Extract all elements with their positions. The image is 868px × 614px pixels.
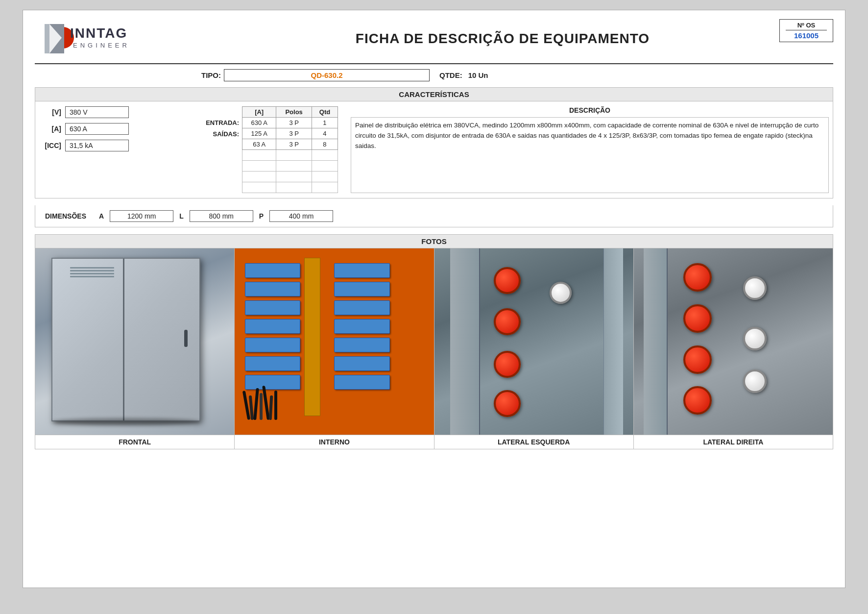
desc-header: DESCRIÇÃO (351, 106, 829, 114)
caracteristicas-header: CARACTERÍSTICAS (35, 87, 833, 101)
dim-p-input[interactable]: 400 mm (269, 210, 333, 222)
dim-a-label: A (99, 212, 104, 220)
svg-text:ENGINEER: ENGINEER (73, 42, 130, 49)
os-label: Nº OS (786, 22, 827, 30)
dim-l-label: L (179, 212, 184, 220)
saidas-row-1: SAÍDAS: 125 A 3 P 4 (183, 128, 338, 139)
header: INNTAG ENGINEER FICHA DE DESCRIÇÃO DE EQ… (35, 19, 833, 64)
icc-label: [ICC] (39, 142, 61, 149)
foto-lateral-dir-box (634, 248, 833, 435)
entrada-saidas-table: [A] Polos Qtd ENTRADA: 630 A 3 P 1 (183, 106, 338, 193)
col-header-polos: Polos (276, 107, 312, 118)
col-header-qtd: Qtd (312, 107, 338, 118)
foto-lateral-esq-label: LATERAL ESQUERDA (434, 435, 633, 449)
foto-interno: INTERNO (235, 248, 434, 449)
os-value: 161005 (786, 31, 827, 40)
tipo-row: TIPO: QD-630.2 QTDE: 10 Un (35, 69, 833, 81)
right-desc: DESCRIÇÃO Painel de distribuição elétric… (343, 106, 829, 193)
tipo-label: TIPO: (201, 71, 221, 79)
main-title: FICHA DE DESCRIÇÃO DE EQUIPAMENTO (356, 31, 650, 46)
title-area: FICHA DE DESCRIÇÃO DE EQUIPAMENTO (172, 31, 833, 47)
dimensoes-title: DIMENSÕES (45, 212, 86, 220)
caracteristicas-section: [V] 380 V [A] 630 A [ICC] 31,5 kA (35, 101, 833, 198)
saidas-label: SAÍDAS: (183, 128, 242, 193)
company-logo: INNTAG ENGINEER (35, 19, 143, 58)
os-area: Nº OS 161005 (779, 19, 833, 42)
entrada-label: ENTRADA: (183, 118, 242, 128)
entrada-a: 630 A (242, 118, 276, 128)
saida2-polos: 3 P (276, 139, 312, 150)
col-header-a: [A] (242, 107, 276, 118)
foto-frontal-label: FRONTAL (35, 435, 234, 449)
left-specs: [V] 380 V [A] 630 A [ICC] 31,5 kA (39, 106, 176, 193)
entrada-qtd: 1 (312, 118, 338, 128)
a-input[interactable]: 630 A (65, 123, 129, 135)
dim-a-input[interactable]: 1200 mm (110, 210, 173, 222)
spec-row-icc: [ICC] 31,5 kA (39, 140, 176, 151)
v-label: [V] (39, 108, 61, 116)
foto-frontal: FRONTAL (35, 248, 235, 449)
foto-frontal-box (35, 248, 234, 435)
dim-l-input[interactable]: 800 mm (190, 210, 253, 222)
qtde-value: 10 Un (468, 71, 488, 79)
saida2-qtd: 8 (312, 139, 338, 150)
saida1-polos: 3 P (276, 128, 312, 139)
spec-row-v: [V] 380 V (39, 106, 176, 118)
foto-lateral-esq: LATERAL ESQUERDA (434, 248, 634, 449)
saida1-a: 125 A (242, 128, 276, 139)
fotos-grid: FRONTAL (35, 248, 833, 449)
foto-interno-box (235, 248, 434, 435)
qtde-label: QTDE: (439, 71, 462, 79)
dim-p-label: P (259, 212, 264, 220)
saida1-qtd: 4 (312, 128, 338, 139)
foto-lateral-dir-label: LATERAL DIREITA (634, 435, 833, 449)
page: INNTAG ENGINEER FICHA DE DESCRIÇÃO DE EQ… (23, 10, 845, 588)
v-input[interactable]: 380 V (65, 106, 129, 118)
tipo-input[interactable]: QD-630.2 (224, 69, 430, 81)
logo-area: INNTAG ENGINEER (35, 19, 172, 58)
desc-text: Painel de distribuição elétrica em 380VC… (351, 117, 829, 193)
foto-interno-label: INTERNO (235, 435, 434, 449)
entrada-polos: 3 P (276, 118, 312, 128)
middle-table-area: [A] Polos Qtd ENTRADA: 630 A 3 P 1 (176, 106, 343, 193)
dimensoes-row: DIMENSÕES A 1200 mm L 800 mm P 400 mm (35, 205, 833, 227)
foto-lateral-dir: LATERAL DIREITA (634, 248, 833, 449)
foto-lateral-esq-box (434, 248, 633, 435)
a-label: [A] (39, 125, 61, 133)
svg-text:INNTAG: INNTAG (70, 25, 127, 41)
entrada-row: ENTRADA: 630 A 3 P 1 (183, 118, 338, 128)
icc-input[interactable]: 31,5 kA (65, 140, 129, 151)
saida2-a: 63 A (242, 139, 276, 150)
spec-row-a: [A] 630 A (39, 123, 176, 135)
fotos-header: FOTOS (35, 234, 833, 248)
